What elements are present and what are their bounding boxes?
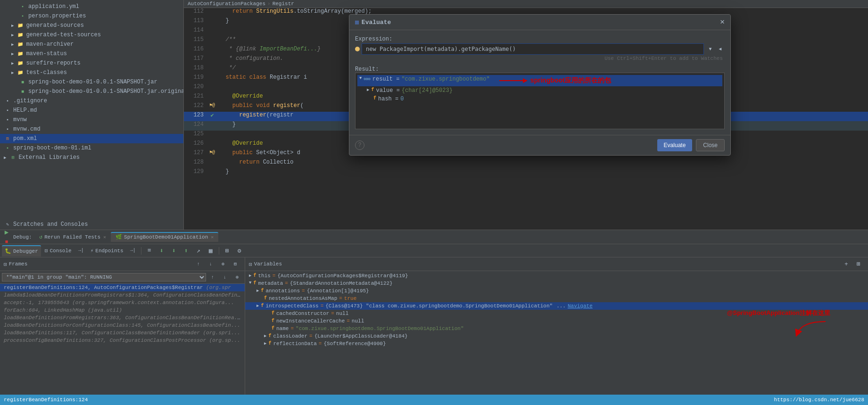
frame-item-4[interactable]: loadBeanDefinitionsFromRegistrars:363, C… (0, 314, 245, 322)
tree-item-test-classes[interactable]: ▶ 📁 test-classes (0, 68, 183, 77)
navigate-link[interactable]: Navigate (568, 303, 593, 309)
breadcrumb-item-2[interactable]: Registr (273, 1, 294, 7)
debug-tab-rerun-close[interactable]: ✕ (103, 234, 106, 240)
variables-title: Variables (254, 261, 282, 267)
frame-item-2[interactable]: accept:-1, 1739555643 (org.springframewo… (0, 299, 245, 306)
evaluate-button[interactable]: Evaluate (657, 139, 693, 151)
frames-list: registerBeanDefinitions:124, AutoConfigu… (0, 284, 245, 395)
vars-add-btn[interactable]: + (841, 259, 852, 269)
frames-down-btn[interactable]: ↓ (205, 259, 216, 269)
expression-input[interactable] (362, 43, 704, 55)
var-type-icon: f (253, 273, 256, 278)
frame-item-3[interactable]: forEach:684, LinkedHashMap (java.util) (0, 306, 245, 314)
var-class-loader[interactable]: ▶ f classLoader = {Launcher$AppClassLoad… (245, 332, 868, 340)
var-name[interactable]: f name = "com.zixue.springbootdemo.Sprin… (245, 325, 868, 332)
tree-item-generated-sources[interactable]: ▶ 📁 generated-sources (0, 21, 183, 30)
scratches-and-consoles[interactable]: ✎ Scratches and Consoles (0, 219, 183, 230)
settings-btn[interactable]: ⚙ (234, 246, 245, 256)
restore-layout-btn[interactable]: ≡ (144, 246, 155, 256)
tree-item-jar1[interactable]: ■ spring-boot-demo-01-0.0.1-SNAPSHOT.jar (0, 77, 183, 87)
nav-to-console[interactable]: →| (75, 246, 87, 256)
toolbar-sep-2 (219, 247, 219, 255)
nav-to-endpoints[interactable]: →| (127, 246, 139, 256)
debug-tab-spring-close[interactable]: ✕ (211, 234, 214, 240)
breadcrumb-item-1[interactable]: AutoConfigurationPackages (188, 1, 265, 7)
help-button[interactable]: ? (355, 141, 364, 150)
var-annotations[interactable]: ▶ f annotations = {Annotation[1]@4195} (245, 287, 868, 295)
dialog-footer: ? Evaluate Close (349, 135, 730, 155)
frames-copy-btn[interactable]: ⊞ (230, 259, 241, 269)
debug-tab-spring[interactable]: 🌿 SpringBootDemo01Application ✕ (111, 232, 218, 242)
tree-item-maven-archiver[interactable]: ▶ 📁 maven-archiver (0, 40, 183, 49)
result-main-row[interactable]: ▼ ∞∞ result = "com.zixue.springbootdemo"… (357, 75, 722, 86)
frames-filter-btn[interactable]: ⊗ (217, 259, 229, 269)
endpoints-tab[interactable]: ⚡ Endpoints (88, 245, 126, 256)
step-out-btn[interactable]: ⬆ (181, 246, 192, 256)
close-button[interactable]: Close (696, 139, 725, 151)
dialog-close-button[interactable]: ✕ (720, 18, 725, 26)
thread-up-btn[interactable]: ↑ (207, 272, 218, 282)
var-type-icon: f (272, 311, 274, 316)
frame-item-6[interactable]: loadBeanDefinitions:117, ConfigurationCl… (0, 329, 245, 337)
tree-item-mvnw[interactable]: ▪ mvnw (0, 115, 183, 124)
evaluate-btn[interactable]: ▦ (205, 246, 216, 256)
var-metadata[interactable]: ▼ f metadata = {StandardAnnotationMetada… (245, 280, 868, 287)
result-label: Result: (355, 66, 725, 73)
var-this[interactable]: ▶ f this = {AutoConfigurationPackages$Re… (245, 272, 868, 280)
tree-item-person-properties[interactable]: ▪ person.properties (0, 11, 183, 21)
debug-panel-play[interactable]: ▶ (2, 227, 11, 237)
spacer: ... (556, 303, 566, 309)
thread-select[interactable]: *"main"@1 in group "main": RUNNING (2, 273, 206, 281)
tree-item-external-libraries[interactable]: ▶ ⊞ External Libraries (0, 153, 183, 162)
tree-item-label: application.yml (28, 3, 79, 10)
tree-item-maven-status[interactable]: ▶ 📁 maven-status (0, 49, 183, 58)
expand-arrow: ▶ (256, 303, 259, 308)
expression-hint: Use Ctrl+Shift+Enter to add to Watches (355, 55, 725, 62)
frames-up-btn[interactable]: ↑ (193, 259, 204, 269)
status-bar: registerBeanDefinitions:124 https://blog… (0, 395, 868, 405)
debug-tab-rerun[interactable]: ↺ Rerun Failed Tests ✕ (35, 232, 111, 242)
tree-item-generated-test-sources[interactable]: ▶ 📁 generated-test-sources (0, 30, 183, 40)
expand-expr-btn[interactable]: ▼ (706, 44, 715, 54)
frame-item-0[interactable]: registerBeanDefinitions:124, AutoConfigu… (0, 284, 245, 291)
result-annotation-container: springboot应用的所在的包 (499, 76, 611, 85)
thread-filter-btn[interactable]: ⊗ (231, 272, 243, 282)
frame-method: loadBeanDefinitions:117, ConfigurationCl… (4, 330, 240, 336)
breadcrumb-separator: › (267, 1, 271, 7)
expand-arrow: ▶ (11, 23, 14, 28)
step-into-btn[interactable]: ⬇ (168, 246, 180, 256)
var-nested[interactable]: f nestedAnnotationsAsMap = true (245, 295, 868, 302)
frame-item-7[interactable]: processConfigBeanDefinitions:327, Config… (0, 337, 245, 344)
var-reflection-data[interactable]: ▶ f reflectionData = {SoftReference@4900… (245, 340, 868, 347)
result-annotation-text: springboot应用的所在的包 (530, 76, 611, 85)
breadcrumb: AutoConfigurationPackages › Registr (184, 0, 868, 8)
tree-item-gitignore[interactable]: ▪ .gitignore (0, 96, 183, 106)
run-to-cursor-btn[interactable]: ↗ (193, 246, 204, 256)
tree-item-application-yml[interactable]: ▪ application.yml (0, 2, 183, 11)
tree-item-pom-xml[interactable]: m pom.xml (0, 134, 183, 143)
props-file-icon: ▪ (19, 12, 26, 20)
frame-item-5[interactable]: loadBeanDefinitionsForConfigurationClass… (0, 322, 245, 329)
result-hash-row[interactable]: f hash = 0 (357, 95, 722, 103)
debugger-tab[interactable]: 🐛 Debugger (2, 245, 41, 256)
tree-item-iml[interactable]: ▪ spring-boot-demo-01.iml (0, 143, 183, 153)
tree-item-surefire-reports[interactable]: ▶ 📁 surefire-reports (0, 58, 183, 68)
step-over-btn[interactable]: ⬇ (156, 246, 167, 256)
variables-list: ▶ f this = {AutoConfigurationPackages$Re… (245, 271, 868, 395)
tree-item-jar2[interactable]: ■ spring-boot-demo-01-0.0.1-SNAPSHOT.jar… (0, 87, 183, 96)
frame-item-1[interactable]: lambda$loadBeanDefinitionsFromRegistrars… (0, 291, 245, 299)
var-cached-constructor[interactable]: f cachedConstructor = null (245, 310, 868, 317)
history-btn[interactable]: ◄ (716, 44, 725, 54)
tree-item-help-md[interactable]: ▪ HELP.md (0, 106, 183, 115)
copy-btn[interactable]: ⊞ (222, 246, 233, 256)
var-introspected-class[interactable]: ▶ f introspectedClass = {Class@1473} "cl… (245, 302, 868, 310)
thread-down-btn[interactable]: ↓ (219, 272, 231, 282)
tree-item-mvnw-cmd[interactable]: ▪ mvnw.cmd (0, 124, 183, 134)
debug-panel: ▶ ■ Debug: ↺ Rerun Failed Tests ✕ 🌿 Spri… (0, 230, 868, 395)
var-new-instance-cache[interactable]: f newInstanceCallerCache = null (245, 317, 868, 325)
frames-header: ⊡ Frames ↑ ↓ ⊗ ⊞ (0, 257, 245, 271)
vars-copy-btn[interactable]: ⊞ (853, 259, 864, 269)
console-tab[interactable]: ⊡ Console (42, 245, 74, 256)
result-value-row[interactable]: ▶ f value = {char[24]@5023} (357, 86, 722, 95)
library-icon: ⊞ (9, 154, 17, 161)
